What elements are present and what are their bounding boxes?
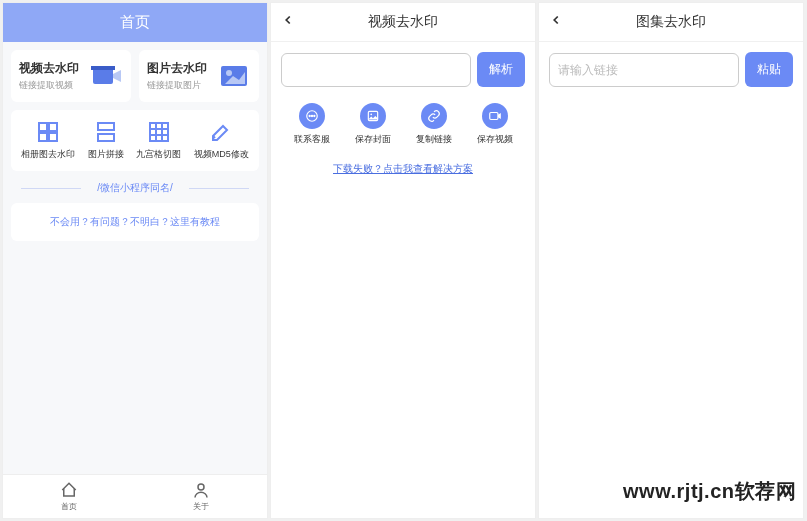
screen-gallery-watermark: 图集去水印 粘贴	[538, 2, 804, 519]
parse-button[interactable]: 解析	[477, 52, 525, 87]
action-label: 联系客服	[294, 133, 330, 146]
svg-rect-0	[93, 68, 113, 84]
link-icon	[421, 103, 447, 129]
tool-image-stitch[interactable]: 图片拼接	[88, 120, 124, 161]
nav-home[interactable]: 首页	[3, 475, 135, 518]
svg-point-23	[370, 113, 372, 115]
input-row: 粘贴	[539, 42, 803, 97]
nav-label: 首页	[61, 501, 77, 512]
header-title: 视频去水印	[301, 13, 505, 31]
tool-label: 视频MD5修改	[194, 148, 249, 161]
tools-grid: 相册图去水印 图片拼接 九宫格切图 视频MD5修改	[11, 110, 259, 171]
grid-icon	[36, 120, 60, 144]
fail-help-link[interactable]: 下载失败？点击我查看解决方案	[271, 152, 535, 186]
home-content: 视频去水印 链接提取视频 图片去水印 链接提取图片 相册图去	[3, 42, 267, 474]
url-input[interactable]	[549, 53, 739, 87]
action-save-cover[interactable]: 保存封面	[355, 103, 391, 146]
nav-label: 关于	[193, 501, 209, 512]
svg-rect-2	[91, 66, 115, 70]
watermark-text: www.rjtj.cn软荐网	[623, 478, 796, 505]
actions-row: 联系客服 保存封面 复制链接 保存视频	[271, 97, 535, 152]
screen-home: 首页 视频去水印 链接提取视频 图片去水印 链接提取图片	[2, 2, 268, 519]
back-button[interactable]	[281, 13, 301, 31]
svg-point-4	[226, 70, 232, 76]
bottom-nav: 首页 关于	[3, 474, 267, 518]
ninegrid-icon	[147, 120, 171, 144]
tool-label: 九宫格切图	[136, 148, 181, 161]
header: 图集去水印	[539, 3, 803, 42]
svg-rect-24	[489, 113, 497, 120]
svg-rect-12	[150, 123, 168, 141]
card-title: 视频去水印	[19, 60, 79, 77]
svg-marker-1	[113, 70, 121, 82]
svg-point-20	[311, 115, 312, 116]
card-title: 图片去水印	[147, 60, 207, 77]
home-icon	[60, 481, 78, 499]
video-icon	[482, 103, 508, 129]
input-row: 解析	[271, 42, 535, 97]
paste-button[interactable]: 粘贴	[745, 52, 793, 87]
help-card[interactable]: 不会用？有问题？不明白？这里有教程	[11, 203, 259, 241]
svg-rect-8	[39, 133, 47, 141]
nav-about[interactable]: 关于	[135, 475, 267, 518]
tool-label: 图片拼接	[88, 148, 124, 161]
action-save-video[interactable]: 保存视频	[477, 103, 513, 146]
svg-point-19	[309, 115, 310, 116]
svg-rect-9	[49, 133, 57, 141]
tool-label: 相册图去水印	[21, 148, 75, 161]
action-label: 保存视频	[477, 133, 513, 146]
tool-nine-grid[interactable]: 九宫格切图	[136, 120, 181, 161]
card-video-watermark[interactable]: 视频去水印 链接提取视频	[11, 50, 131, 102]
svg-rect-6	[39, 123, 47, 131]
video-icon	[91, 62, 123, 90]
svg-point-17	[198, 484, 204, 490]
tools-icon	[209, 120, 233, 144]
feature-cards: 视频去水印 链接提取视频 图片去水印 链接提取图片	[11, 50, 259, 102]
url-input[interactable]	[281, 53, 471, 87]
chat-icon	[299, 103, 325, 129]
svg-rect-7	[49, 123, 57, 131]
card-image-watermark[interactable]: 图片去水印 链接提取图片	[139, 50, 259, 102]
screen-video-watermark: 视频去水印 解析 联系客服 保存封面 复制链接 保存视频 下载失败？点击我查看解…	[270, 2, 536, 519]
back-button[interactable]	[549, 13, 569, 31]
header-title: 首页	[3, 3, 267, 42]
image-icon	[219, 62, 251, 90]
person-icon	[192, 481, 210, 499]
tool-album-watermark[interactable]: 相册图去水印	[21, 120, 75, 161]
header: 视频去水印	[271, 3, 535, 42]
image-icon	[360, 103, 386, 129]
svg-rect-11	[98, 134, 114, 141]
svg-rect-10	[98, 123, 114, 130]
action-contact[interactable]: 联系客服	[294, 103, 330, 146]
card-sub: 链接提取视频	[19, 79, 79, 92]
divider-text: /微信小程序同名/	[11, 181, 259, 195]
action-label: 保存封面	[355, 133, 391, 146]
svg-point-21	[313, 115, 314, 116]
action-label: 复制链接	[416, 133, 452, 146]
stitch-icon	[94, 120, 118, 144]
tool-md5-modify[interactable]: 视频MD5修改	[194, 120, 249, 161]
card-sub: 链接提取图片	[147, 79, 207, 92]
action-copy-link[interactable]: 复制链接	[416, 103, 452, 146]
header-title: 图集去水印	[569, 13, 773, 31]
